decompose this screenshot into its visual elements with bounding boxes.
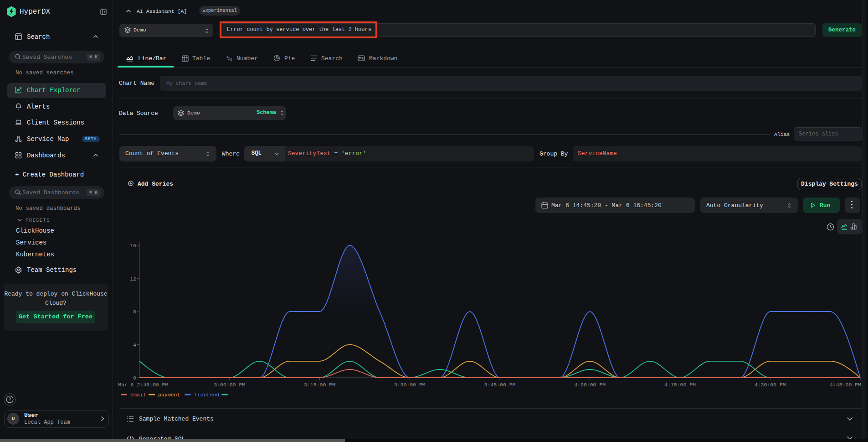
svg-text:4:15:00 PM: 4:15:00 PM (664, 382, 696, 388)
svg-text:4:30:00 PM: 4:30:00 PM (755, 382, 786, 388)
svg-text:3:15:00 PM: 3:15:00 PM (304, 382, 335, 388)
svg-text:8: 8 (133, 309, 136, 315)
svg-text:3:30:00 PM: 3:30:00 PM (394, 382, 426, 388)
svg-text:4:45:00 PM: 4:45:00 PM (830, 382, 861, 388)
svg-text:3:00:00 PM: 3:00:00 PM (214, 382, 245, 388)
svg-text:4: 4 (133, 342, 136, 348)
svg-text:2: 2 (228, 57, 230, 61)
svg-text:3: 3 (230, 58, 232, 62)
svg-text:3:45:00 PM: 3:45:00 PM (484, 382, 515, 388)
svg-text:Mar 6 2:45:00 PM: Mar 6 2:45:00 PM (118, 382, 169, 388)
svg-text:12: 12 (130, 276, 136, 282)
svg-text:frontend: frontend (194, 392, 219, 398)
svg-text:email: email (130, 392, 146, 398)
svg-text:payment: payment (158, 392, 180, 398)
svg-text:16: 16 (130, 243, 136, 249)
svg-text:0: 0 (133, 375, 136, 381)
svg-text:4:00:00 PM: 4:00:00 PM (574, 382, 606, 388)
